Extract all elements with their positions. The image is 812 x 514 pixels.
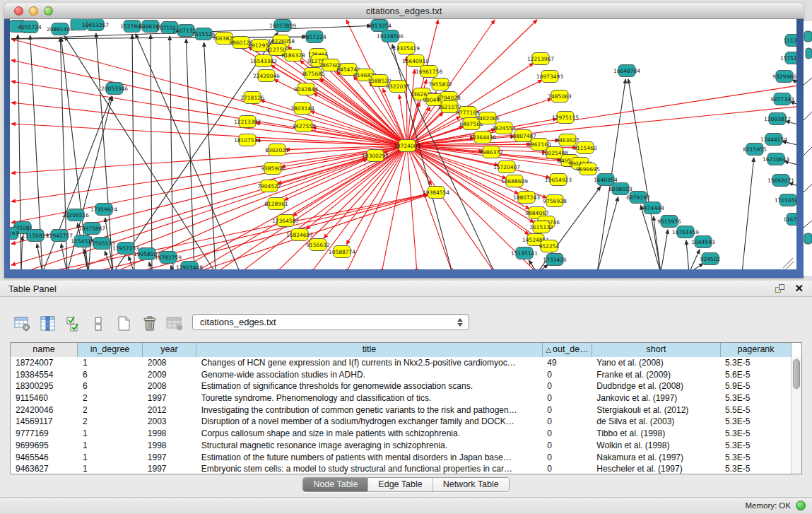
table-cell[interactable]: Wolkin et al. (1998)	[592, 440, 720, 452]
graph-node[interactable]: 20206516	[62, 209, 89, 221]
select-all-icon[interactable]	[62, 313, 85, 334]
table-row[interactable]: 2242004622012Investigating the contribut…	[11, 404, 791, 416]
table-row[interactable]: 1830029562008Estimation of significance …	[11, 380, 791, 392]
table-cell[interactable]: 9699695	[11, 440, 78, 452]
graph-edge[interactable]	[407, 146, 452, 269]
graph-node[interactable]: 16210643	[763, 153, 789, 165]
table-cell[interactable]: 1998	[143, 440, 196, 452]
table-row[interactable]: 1872400712008Changes of HCN gene express…	[11, 357, 791, 369]
graph-node[interactable]: 10588774	[329, 246, 355, 258]
tab-edge-table[interactable]: Edge Table	[368, 478, 433, 491]
table-row[interactable]: 911546021997Tourette syndrome. Phenomeno…	[11, 392, 791, 404]
graph-node[interactable]: 12213383	[234, 116, 261, 128]
graph-node[interactable]: 1044543	[691, 236, 715, 248]
table-cell[interactable]: Tourette syndrome. Phenomenology and cla…	[196, 392, 543, 404]
graph-node[interactable]: 952254	[539, 240, 560, 252]
table-cell[interactable]: Dudbridge et al. (2008)	[592, 380, 720, 392]
table-cell[interactable]: Embryonic stem cells: a model to study s…	[196, 463, 543, 474]
show-columns-icon[interactable]	[37, 313, 59, 334]
table-cell[interactable]: 2012	[143, 404, 196, 416]
graph-node[interactable]: 15692071	[767, 175, 794, 187]
column-header-pagerank[interactable]: pagerank	[721, 343, 792, 357]
table-cell[interactable]: Franke et al. (2009)	[592, 369, 720, 381]
graph-edge[interactable]	[11, 81, 407, 146]
table-cell[interactable]: 9777169	[11, 428, 78, 440]
table-cell[interactable]: 9465546	[11, 452, 78, 464]
table-cell[interactable]: 14569117	[11, 416, 78, 428]
graph-node[interactable]: 9242844	[294, 83, 318, 95]
table-cell[interactable]: 0	[542, 392, 592, 404]
graph-node[interactable]: 9115460	[573, 142, 597, 154]
table-cell[interactable]: Stergiakouli et al. (2012)	[592, 404, 720, 416]
graph-node[interactable]: 8322037	[386, 81, 410, 93]
table-cell[interactable]: 19384554	[11, 369, 78, 381]
graph-node[interactable]: 19654923	[545, 174, 572, 186]
graph-edge[interactable]	[382, 146, 407, 269]
graph-node[interactable]: 1167533	[783, 214, 796, 226]
graph-node[interactable]: 7485063	[548, 90, 572, 103]
graph-node[interactable]: 4055724	[18, 21, 42, 33]
graph-node[interactable]: 111204	[784, 35, 796, 47]
table-cell[interactable]: Structural magnetic resonance image aver…	[196, 440, 543, 452]
table-cell[interactable]: 6	[78, 369, 143, 381]
table-cell[interactable]: Nakamura et al. (1997)	[592, 452, 720, 464]
table-settings-icon[interactable]	[11, 313, 34, 334]
resize-grip-icon[interactable]	[783, 258, 794, 269]
table-cell[interactable]: 1	[78, 463, 143, 474]
table-row[interactable]: 946554611997Estimation of the future num…	[11, 452, 791, 464]
graph-node[interactable]: 2718126	[240, 92, 264, 104]
graph-node[interactable]: 19384554	[423, 187, 449, 199]
graph-node[interactable]: 22420046	[253, 70, 280, 82]
column-header-out_de[interactable]: △out_de…	[543, 343, 592, 357]
network-canvas[interactable]: 1872400718300295193845547663822986012889…	[10, 19, 796, 269]
graph-node[interactable]: 15135141	[511, 247, 538, 259]
table-cell[interactable]: 1	[78, 357, 143, 369]
graph-node[interactable]: 9385906	[261, 163, 285, 175]
column-header-in_degree[interactable]: in_degree	[78, 343, 143, 357]
graph-node[interactable]: 19218506	[377, 30, 404, 42]
table-cell[interactable]: Changes of HCN gene expression and I(f) …	[196, 357, 543, 369]
table-cell[interactable]: 2	[78, 416, 143, 428]
graph-edge[interactable]	[689, 250, 700, 269]
table-cell[interactable]: 0	[542, 369, 592, 381]
column-header-short[interactable]: short	[592, 343, 721, 357]
table-cell[interactable]: 5.3E-5	[720, 392, 791, 404]
table-cell[interactable]: 5.3E-5	[720, 440, 791, 452]
table-cell[interactable]: 5.3E-5	[720, 416, 791, 428]
graph-node[interactable]: 8938923	[608, 183, 632, 195]
table-cell[interactable]: 1998	[143, 428, 196, 440]
column-header-name[interactable]: name	[11, 343, 78, 357]
table-cell[interactable]: 5.6E-5	[720, 369, 791, 381]
graph-node[interactable]: 7857224	[302, 31, 326, 43]
graph-edge[interactable]	[597, 197, 618, 269]
graph-node[interactable]: 20364436	[469, 132, 496, 144]
graph-node[interactable]: 7986372	[479, 146, 503, 158]
table-cell[interactable]: Jankovic et al. (1997)	[592, 392, 720, 404]
table-cell[interactable]: 2003	[143, 416, 196, 428]
graph-node[interactable]: 12093872	[764, 113, 791, 125]
table-scrollbar-thumb[interactable]	[793, 359, 800, 389]
table-cell[interactable]: 1	[78, 452, 143, 464]
table-cell[interactable]: Hescheler et al. (1997)	[592, 463, 720, 474]
table-cell[interactable]: 2008	[143, 380, 196, 392]
graph-node[interactable]: 17016504	[775, 194, 796, 206]
graph-node[interactable]: 18107534	[234, 134, 261, 146]
graph-node[interactable]: 16648784	[613, 65, 640, 77]
table-cell[interactable]: Investigating the contribution of common…	[196, 404, 543, 416]
table-cell[interactable]: Corpus callosum shape and size in male p…	[196, 428, 543, 440]
graph-node[interactable]: 17359924	[90, 204, 117, 216]
table-cell[interactable]: 1997	[143, 392, 196, 404]
graph-edge[interactable]	[67, 158, 367, 269]
table-cell[interactable]: 1997	[143, 463, 196, 474]
graph-node[interactable]: 9699695	[576, 163, 600, 175]
graph-node[interactable]: 12213967	[527, 53, 554, 65]
graph-node[interactable]: 1733426	[543, 254, 567, 266]
table-cell[interactable]: Yano et al. (2008)	[592, 357, 720, 369]
table-cell[interactable]: Disruption of a novel member of a sodium…	[196, 416, 543, 428]
table-cell[interactable]: Estimation of significance thresholds fo…	[196, 380, 543, 392]
graph-node[interactable]: 9329966	[772, 71, 796, 83]
graph-node[interactable]: 10688609	[501, 175, 528, 187]
table-row[interactable]: 969969511998Structural magnetic resonanc…	[11, 440, 791, 452]
graph-node[interactable]: 12444154	[760, 134, 787, 146]
new-row-icon[interactable]	[113, 313, 136, 334]
